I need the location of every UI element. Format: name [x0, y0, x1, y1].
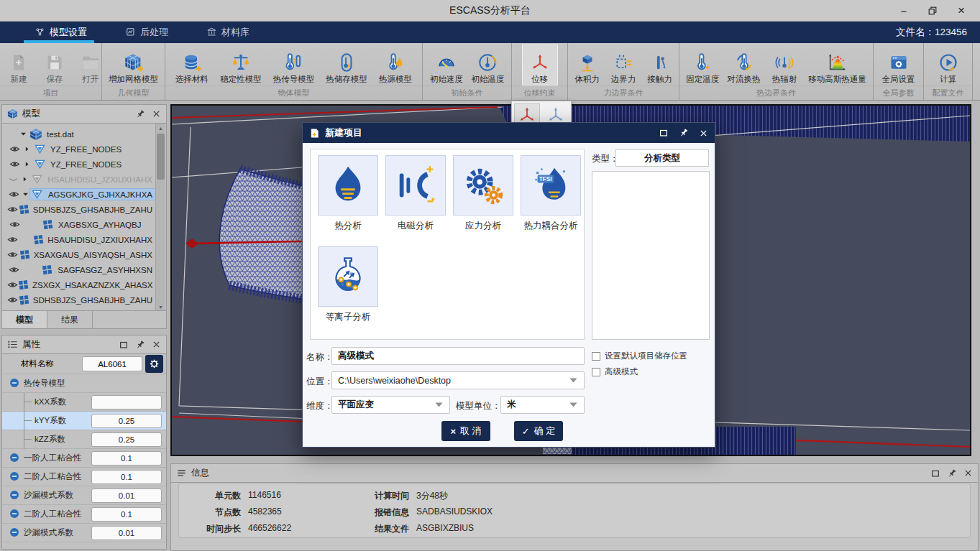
tree-item[interactable]: HSAUHDISU_JZXIUXHAHX [2, 172, 156, 187]
analysis-card-card-stress[interactable] [453, 155, 513, 216]
ribbon-button-radiation[interactable]: 热辐射 [766, 45, 802, 85]
unit-select[interactable]: 米 [500, 396, 585, 414]
tree-item[interactable]: SAGFASGZ_ASYHHXSN [2, 262, 156, 277]
eye-icon[interactable] [9, 144, 20, 154]
tree-item[interactable]: XAGBSXG_AYHAQBJ [2, 217, 156, 232]
property-row[interactable]: 二阶人工粘合性 [2, 505, 166, 524]
eye-icon[interactable] [9, 264, 19, 275]
tree-item[interactable]: ZSXGX_HSAKAZNZXK_AHASX [2, 277, 156, 292]
property-row[interactable]: kYY系数 [2, 412, 166, 430]
minus-circle-icon[interactable] [9, 453, 19, 463]
eye-icon[interactable] [7, 234, 18, 245]
arrow-right-icon[interactable] [23, 145, 31, 153]
minus-circle-icon[interactable] [9, 509, 19, 519]
analysis-card-card-thermal[interactable] [318, 155, 378, 216]
eye-icon[interactable] [7, 295, 18, 305]
ribbon-button-convection[interactable]: 对流换热 [725, 45, 763, 85]
ribbon-button-new-file[interactable]: 新建 [1, 45, 37, 85]
ribbon-button-contact-force[interactable]: 接触力 [642, 45, 678, 85]
tree-item[interactable]: SDHSBJZS_GHSABJHB_ZAHU [2, 202, 156, 217]
property-value-input[interactable] [91, 432, 162, 447]
checkbox-box-icon[interactable] [592, 352, 600, 361]
ribbon-button-mesh-cube[interactable]: 增加网格模型 [106, 45, 160, 85]
dimension-select[interactable]: 平面应变 [331, 396, 450, 414]
ribbon-button-gauss-flux[interactable]: 移动高斯热通量 [806, 45, 869, 85]
panel-tab-model[interactable]: 模型 [2, 311, 47, 328]
eye-icon[interactable] [7, 204, 18, 215]
arrow-right-icon[interactable] [21, 175, 29, 183]
tab-post-process[interactable]: 后处理 [123, 22, 171, 43]
ok-button[interactable]: ✓ 确 定 [514, 421, 563, 441]
ribbon-button-global-settings[interactable]: 全局设置 [880, 45, 917, 85]
tree-scrollbar-thumb[interactable] [157, 134, 165, 180]
tree-root-item[interactable]: test.dat [2, 126, 156, 142]
eye-icon[interactable] [9, 159, 20, 170]
arrow-right-icon[interactable] [23, 160, 31, 168]
restore-button[interactable] [920, 1, 945, 20]
property-value-input[interactable] [91, 451, 162, 466]
property-row[interactable]: 一阶人工粘合性 [2, 449, 166, 468]
float-icon[interactable] [930, 468, 940, 478]
minus-circle-icon[interactable] [9, 527, 19, 537]
property-value-input[interactable] [91, 526, 162, 540]
ribbon-button-heat-source[interactable]: 热源模型 [377, 45, 414, 85]
pin-icon[interactable] [135, 340, 145, 350]
ribbon-button-stability-scale[interactable]: 稳定性模型 [218, 45, 264, 85]
close-icon[interactable] [699, 129, 708, 138]
minus-circle-icon[interactable] [9, 490, 19, 500]
checkbox-advanced-mode[interactable]: 高级模式 [592, 366, 638, 377]
minus-circle-icon[interactable] [9, 471, 19, 481]
ribbon-button-save[interactable]: 保存 [37, 45, 73, 85]
eye-icon[interactable] [7, 279, 18, 290]
close-icon[interactable] [152, 109, 161, 119]
arrow-down-icon[interactable] [19, 130, 27, 138]
pin-icon[interactable] [947, 468, 957, 478]
analysis-card-card-plasma[interactable] [318, 246, 378, 307]
material-name-input[interactable] [82, 356, 142, 371]
ribbon-button-material-db[interactable]: 选择材料 [173, 45, 211, 85]
ribbon-button-boundary-force[interactable]: 边界力 [605, 45, 641, 85]
close-icon[interactable] [963, 468, 973, 478]
pin-icon[interactable] [135, 109, 145, 119]
ribbon-button-body-force[interactable]: 体积力 [569, 45, 605, 85]
property-group-row[interactable]: 热传导模型 [2, 374, 166, 393]
type-field[interactable]: 分析类型 [615, 149, 709, 167]
tree-item[interactable]: XSAXGAUS_AISYAQSH_ASHX [2, 247, 156, 262]
analysis-card-card-em[interactable] [385, 155, 446, 216]
property-row[interactable]: kXX系数 [2, 393, 166, 412]
minus-circle-icon[interactable] [9, 378, 19, 388]
location-select[interactable]: C:\Users\weixiaohe\Desktop [331, 371, 585, 389]
eye-off-icon[interactable] [8, 174, 19, 185]
ribbon-button-fixed-temperature[interactable]: 固定温度 [684, 45, 721, 85]
analysis-card-card-coupled[interactable]: TFSI [521, 155, 581, 216]
scroll-up-icon[interactable]: ▲ [156, 124, 165, 132]
tree-scrollbar[interactable]: ▲ ▼ [155, 124, 165, 311]
ribbon-button-heat-storage[interactable]: 热储存模型 [324, 45, 370, 85]
cancel-button[interactable]: × 取 消 [441, 421, 490, 441]
checkbox-default-location[interactable]: 设置默认项目储存位置 [592, 351, 687, 361]
ribbon-button-initial-velocity[interactable]: 初始速度 [428, 45, 465, 85]
tree-item[interactable]: AGSGKJKG_GJHXAJKHXA [2, 187, 156, 202]
ribbon-button-displacement-axes[interactable]: 位移 [522, 45, 558, 85]
close-icon[interactable] [152, 340, 161, 349]
tree-item[interactable]: YZ_FREE_NODES [2, 157, 156, 172]
eye-icon[interactable] [9, 189, 19, 200]
eye-icon[interactable] [7, 249, 18, 260]
property-value-input[interactable] [91, 414, 162, 428]
property-row[interactable]: kZZ系数 [2, 430, 166, 449]
property-value-input[interactable] [91, 489, 162, 503]
float-icon[interactable] [659, 128, 669, 138]
property-value-input[interactable] [91, 395, 162, 409]
property-row[interactable]: 二阶人工粘合性 [2, 468, 166, 486]
tree-item[interactable]: HSAUHDISU_JZXIUXHAHX [2, 232, 156, 247]
pin-icon[interactable] [679, 128, 689, 138]
checkbox-box-icon[interactable] [592, 368, 600, 376]
property-value-input[interactable] [91, 470, 162, 484]
panel-tab-result[interactable]: 结果 [47, 311, 93, 328]
tree-item[interactable]: YZ_FREE_NODES [2, 142, 156, 157]
close-button[interactable]: × [948, 1, 974, 20]
tab-model-setup[interactable]: 模型设置 [32, 22, 90, 43]
material-settings-button[interactable] [145, 355, 163, 373]
eye-icon[interactable] [9, 219, 20, 230]
tab-material-lib[interactable]: 材料库 [204, 22, 252, 43]
